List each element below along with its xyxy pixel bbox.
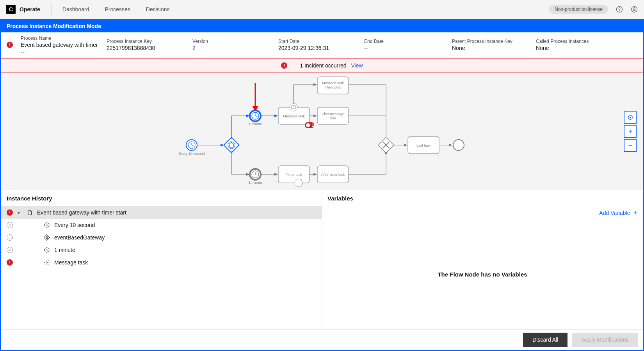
error-status-icon: !	[7, 259, 13, 266]
nav-dashboard[interactable]: Dashboard	[62, 6, 89, 12]
diagram-zoom-out-button[interactable]: −	[624, 139, 637, 152]
add-variable-link[interactable]: Add Variable	[599, 210, 630, 216]
detail-instance-key: Process Instance Key 2251799813888430	[107, 39, 192, 51]
instance-history-header: Instance History	[1, 190, 322, 206]
diagram-timer2-label: 1 minute	[249, 181, 262, 184]
svg-point-30	[295, 179, 302, 187]
detail-parent-key-label: Parent Process Instance Key	[452, 39, 528, 44]
detail-start-date-label: Start Date	[278, 39, 356, 44]
add-variable-row: Add Variable +	[322, 206, 643, 220]
detail-end-date-value: --	[364, 45, 444, 51]
history-row[interactable]: !Message task	[1, 256, 322, 269]
detail-called-instances: Called Process Instances None	[536, 39, 596, 51]
history-row[interactable]: ✓eventBasedGateway	[1, 231, 322, 244]
svg-rect-24	[317, 107, 349, 124]
incident-banner-text: 1 Incident occurred	[300, 62, 346, 69]
clock-icon	[43, 222, 50, 229]
success-status-icon: ✓	[7, 247, 13, 253]
nav-decisions[interactable]: Decisions	[146, 6, 170, 12]
app-name: Operate	[20, 6, 40, 12]
diagram-timer-task-label: Timer task	[286, 173, 302, 177]
pent-icon	[43, 234, 50, 241]
license-badge: Non-production license	[549, 5, 608, 14]
history-row[interactable]: !▼Event based gateway with timer start	[1, 206, 322, 219]
doc-icon	[26, 209, 33, 216]
diagram-last-task-label: Last task	[416, 144, 431, 147]
success-status-icon: ✓	[7, 234, 13, 241]
user-icon[interactable]	[631, 6, 638, 13]
add-variable-plus-icon[interactable]: +	[633, 209, 637, 216]
diagram-start-label: Every 10 second	[178, 152, 205, 156]
chevron-down-icon[interactable]: ▼	[17, 211, 22, 215]
detail-start-date: Start Date 2023-09-29 12:36:31	[278, 39, 364, 51]
gear-icon	[43, 259, 50, 266]
detail-called-value: None	[536, 45, 589, 51]
diagram-reset-button[interactable]	[624, 111, 637, 124]
detail-start-date-value: 2023-09-29 12:36:31	[278, 45, 356, 51]
bpmn-diagram-svg: Every 10 second 1 minute Message task	[1, 73, 641, 190]
variables-panel: Variables Add Variable + The Flow Node h…	[322, 190, 643, 329]
svg-rect-38	[44, 235, 50, 241]
discard-all-button[interactable]: Discard All	[523, 333, 568, 347]
svg-marker-39	[46, 236, 48, 238]
nav-processes[interactable]: Processes	[105, 6, 130, 12]
detail-end-date-label: End Date	[364, 39, 444, 44]
history-row-label: Every 10 second	[54, 222, 95, 228]
diagram-after-msg-2: task	[330, 116, 336, 120]
svg-rect-10	[224, 137, 239, 153]
instance-details-row: ! Process Name Event based gateway with …	[1, 32, 643, 58]
apply-modifications-button: Apply Modifications	[572, 333, 638, 347]
history-row-label: Message task	[54, 259, 88, 266]
history-row-label: 1 minute	[54, 247, 75, 253]
incident-banner: ! 1 Incident occurred View	[1, 58, 643, 73]
topbar-divider	[51, 4, 52, 15]
svg-point-3	[633, 8, 635, 10]
detail-version: Version 2	[192, 39, 278, 51]
variables-empty-message: The Flow Node has no Variables	[322, 220, 643, 329]
modification-mode-banner: Process Instance Modification Mode	[1, 20, 643, 32]
svg-point-41	[46, 262, 48, 263]
bpmn-diagram[interactable]: Every 10 second 1 minute Message task	[1, 73, 643, 190]
bottom-panels: Instance History !▼Event based gateway w…	[1, 190, 643, 329]
main-nav: Dashboard Processes Decisions	[62, 6, 170, 12]
detail-version-value[interactable]: 2	[192, 45, 270, 51]
help-icon[interactable]	[616, 6, 623, 13]
history-row[interactable]: ✓1 minute	[1, 244, 322, 256]
incident-view-link[interactable]: View	[351, 62, 363, 69]
diagram-message-task-label: Message task	[283, 114, 305, 118]
history-row[interactable]: ✓Every 10 second	[1, 219, 322, 231]
incident-banner-icon: !	[281, 62, 287, 69]
variables-header: Variables	[322, 190, 643, 206]
diagram-msg-int-label-1: Message task	[322, 81, 344, 85]
diagram-zoom-controls: + −	[624, 111, 637, 152]
top-bar: C Operate Dashboard Processes Decisions …	[0, 0, 644, 19]
history-row-label: eventBasedGateway	[54, 234, 105, 241]
clock-icon	[43, 246, 50, 254]
detail-parent-key: Parent Process Instance Key None	[452, 39, 536, 51]
incident-status-icon: !	[7, 42, 13, 48]
detail-instance-key-value: 2251799813888430	[107, 45, 185, 51]
footer-actions: Discard All Apply Modifications	[1, 329, 643, 350]
diagram-after-msg-1: After message	[322, 112, 344, 116]
detail-process-name-label: Process Name	[21, 35, 99, 41]
diagram-msg-int-label-2: interrupted	[324, 85, 341, 89]
svg-point-1	[619, 11, 619, 11]
diagram-zoom-in-button[interactable]: +	[624, 125, 637, 138]
detail-called-label: Called Process Instances	[536, 39, 589, 44]
svg-point-34	[453, 140, 464, 151]
success-status-icon: ✓	[7, 222, 13, 228]
svg-text:!: !	[308, 123, 309, 127]
detail-parent-key-value: None	[452, 45, 528, 51]
diagram-after-timer-label: After timer task	[321, 173, 345, 177]
svg-point-18	[290, 103, 297, 111]
detail-end-date: End Date --	[364, 39, 452, 51]
detail-version-label: Version	[192, 39, 270, 44]
error-status-icon: !	[7, 209, 13, 216]
instance-history-panel: Instance History !▼Event based gateway w…	[1, 190, 322, 329]
diagram-timer1-label: 1 minute	[249, 122, 262, 126]
detail-instance-key-label: Process Instance Key	[107, 39, 185, 44]
history-list: !▼Event based gateway with timer start✓E…	[1, 206, 322, 329]
diagram-incident-badge: 1	[312, 123, 314, 128]
app-logo: C	[6, 5, 16, 14]
detail-process-name: Process Name Event based gateway with ti…	[21, 35, 107, 54]
